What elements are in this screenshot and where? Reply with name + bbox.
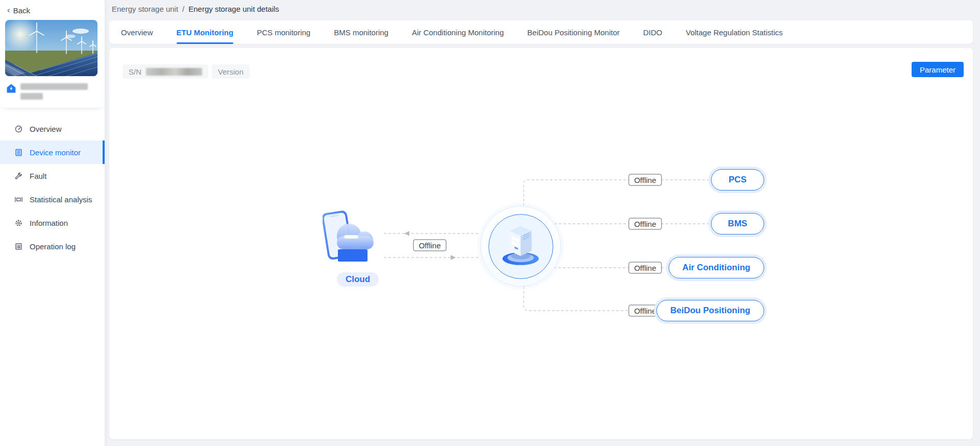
server-icon bbox=[494, 220, 547, 273]
sidebar-item-overview[interactable]: Overview bbox=[0, 117, 105, 140]
gear-icon bbox=[14, 219, 23, 227]
cloud-device-illustration bbox=[323, 209, 381, 266]
log-icon bbox=[14, 242, 23, 251]
tab-air-conditioning-monitoring[interactable]: Air Conditioning Monitoring bbox=[412, 20, 504, 44]
sidebar-item-label: Overview bbox=[30, 125, 62, 133]
sidebar: ‹ Back bbox=[0, 0, 105, 446]
stats-icon bbox=[14, 195, 23, 204]
node-status-badge: Offline bbox=[628, 218, 662, 230]
sidebar-header: ‹ Back bbox=[0, 0, 105, 108]
version-label: Version bbox=[218, 67, 243, 76]
cloud-link-status-badge: Offline bbox=[413, 240, 446, 251]
tab-pcs-monitoring[interactable]: PCS monitoring bbox=[257, 20, 310, 44]
version-badge: Version bbox=[212, 64, 250, 79]
cloud-node-label: Cloud bbox=[337, 272, 379, 287]
parameter-button[interactable]: Parameter bbox=[912, 62, 964, 77]
tab-etu-monitoring[interactable]: ETU Monitoring bbox=[177, 20, 234, 44]
sn-label: S/N bbox=[129, 67, 141, 76]
breadcrumb-parent[interactable]: Energy storage unit bbox=[112, 5, 178, 13]
sidebar-item-label: Fault bbox=[30, 172, 46, 180]
node-pill-air-conditioning[interactable]: Air Conditioning bbox=[669, 257, 764, 278]
serial-number-badge: S/N bbox=[122, 64, 208, 79]
node-pill-beidou-positioning[interactable]: BeiDou Positioning bbox=[656, 300, 764, 321]
node-status-badge: Offline bbox=[628, 174, 662, 186]
etu-monitoring-panel: S/N Version Parameter bbox=[109, 48, 973, 439]
sidebar-item-information[interactable]: Information bbox=[0, 211, 105, 234]
breadcrumb: Energy storage unit / Energy storage uni… bbox=[112, 5, 279, 13]
back-label: Back bbox=[13, 6, 30, 15]
sidebar-item-fault[interactable]: Fault bbox=[0, 164, 105, 187]
home-energy-icon bbox=[6, 83, 16, 93]
node-pill-pcs[interactable]: PCS bbox=[711, 169, 764, 191]
etu-hub-ring bbox=[488, 214, 553, 279]
breadcrumb-current: Energy storage unit details bbox=[188, 5, 279, 13]
sidebar-item-label: Device monitor bbox=[30, 148, 81, 157]
sidebar-item-operation-log[interactable]: Operation log bbox=[0, 234, 105, 258]
chevron-left-icon: ‹ bbox=[7, 6, 10, 14]
node-pill-bms[interactable]: BMS bbox=[711, 213, 764, 234]
station-name-redacted bbox=[20, 83, 88, 100]
device-icon bbox=[14, 148, 23, 157]
sn-value-redacted bbox=[146, 68, 202, 76]
station-photo bbox=[5, 20, 97, 76]
tab-dido[interactable]: DIDO bbox=[643, 20, 663, 44]
gauge-icon bbox=[14, 125, 23, 133]
sidebar-item-label: Operation log bbox=[30, 242, 76, 251]
app-root: ‹ Back bbox=[0, 0, 980, 446]
sidebar-menu: Overview Device monitor Fault bbox=[0, 117, 105, 258]
node-status-badge: Offline bbox=[628, 262, 662, 274]
sidebar-item-label: Information bbox=[30, 219, 68, 227]
sidebar-item-device-monitor[interactable]: Device monitor bbox=[0, 140, 105, 164]
etu-hub-node[interactable] bbox=[480, 206, 561, 287]
station-summary bbox=[6, 83, 99, 100]
tab-bms-monitoring[interactable]: BMS monitoring bbox=[334, 20, 388, 44]
wrench-icon bbox=[14, 172, 23, 180]
tab-voltage-regulation-statistics[interactable]: Voltage Regulation Statistics bbox=[685, 20, 782, 44]
back-button[interactable]: ‹ Back bbox=[5, 5, 100, 20]
breadcrumb-separator: / bbox=[182, 5, 184, 13]
tab-overview[interactable]: Overview bbox=[121, 20, 153, 44]
tab-bar: Overview ETU Monitoring PCS monitoring B… bbox=[109, 20, 973, 44]
sidebar-item-statistical-analysis[interactable]: Statistical analysis bbox=[0, 187, 105, 211]
sidebar-item-label: Statistical analysis bbox=[30, 195, 92, 204]
tab-beidou-positioning-monitor[interactable]: BeiDou Positioning Monitor bbox=[527, 20, 620, 44]
